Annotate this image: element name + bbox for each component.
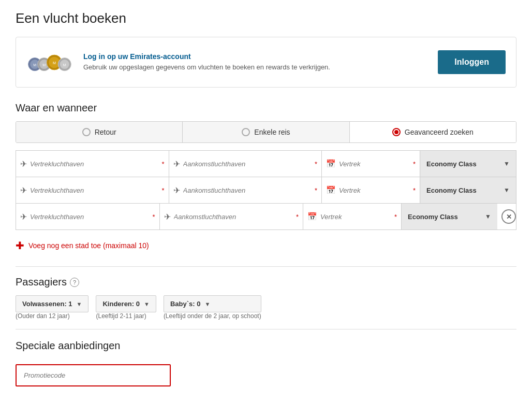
arrival-icon-3: ✈ [164, 212, 171, 222]
arrival-group-1: ✈ * [169, 151, 322, 177]
trip-option-enkele[interactable]: Enkele reis [183, 122, 349, 142]
svg-text:M: M [63, 62, 66, 67]
adults-chevron-icon: ▼ [77, 301, 82, 307]
radio-enkele [242, 128, 250, 136]
divider-1 [16, 266, 516, 267]
trip-label-geavanceerd: Geavanceerd zoeken [405, 128, 474, 136]
login-description: Gebruik uw opgeslagen gegevens om vlucht… [83, 63, 330, 71]
add-city-icon: ✚ [16, 240, 24, 251]
children-sublabel: (Leeftijd 2-11 jaar) [96, 312, 156, 320]
login-text: Log in op uw Emirates-account Gebruik uw… [83, 52, 438, 72]
date-input-1[interactable] [339, 160, 412, 168]
add-city-link[interactable]: Voeg nog een stad toe (maximaal 10) [28, 241, 149, 250]
babies-group: Baby`s: 0 ▼ (Leeftijd onder de 2 jaar, o… [164, 295, 261, 320]
radio-geavanceerd [392, 128, 401, 136]
required-star-2b: * [315, 187, 317, 194]
adults-group: Volwassenen: 1 ▼ (Ouder dan 12 jaar) [16, 295, 88, 320]
adults-sublabel: (Ouder dan 12 jaar) [16, 312, 88, 320]
trip-option-geavanceerd[interactable]: Geavanceerd zoeken [350, 122, 516, 142]
login-link[interactable]: Log in op uw Emirates-account [83, 52, 438, 61]
flight-row: ✈ * ✈ * 📅 * Economy Class ▼ [16, 150, 516, 177]
departure-group-1: ✈ * [16, 151, 169, 177]
class-label-1: Economy Class [426, 160, 477, 168]
children-label: Kinderen: 0 [102, 300, 140, 308]
speciale-aanbiedingen-title: Speciale aanbiedingen [16, 340, 516, 352]
departure-input-3[interactable] [30, 213, 151, 221]
date-input-3[interactable] [320, 213, 393, 221]
speciale-aanbiedingen-section: Speciale aanbiedingen [16, 340, 516, 386]
passengers-title: Passagiers ? [16, 276, 516, 288]
babies-sublabel: (Leeftijd onder de 2 jaar, op schoot) [164, 312, 261, 320]
date-input-2[interactable] [339, 187, 412, 194]
arrival-icon-2: ✈ [173, 185, 180, 195]
calendar-icon-3: 📅 [307, 212, 317, 221]
login-button[interactable]: Inloggen [438, 50, 506, 74]
babies-dropdown[interactable]: Baby`s: 0 ▼ [164, 295, 261, 312]
trip-type-selector: Retour Enkele reis Geavanceerd zoeken [16, 121, 516, 143]
children-group: Kinderen: 0 ▼ (Leeftijd 2-11 jaar) [96, 295, 156, 320]
flight-row: ✈ * ✈ * 📅 * Economy Class ▼ [16, 177, 516, 204]
departure-input-1[interactable] [30, 160, 160, 168]
children-chevron-icon: ▼ [144, 301, 150, 307]
passengers-section: Passagiers ? Volwassenen: 1 ▼ (Ouder dan… [16, 276, 516, 320]
chevron-down-icon-1: ▼ [504, 160, 510, 167]
add-city-row: ✚ Voeg nog een stad toe (maximaal 10) [16, 235, 516, 256]
required-star-3a: * [152, 213, 155, 221]
divider-2 [16, 329, 516, 329]
required-star-1a: * [161, 160, 164, 168]
departure-group-2: ✈ * [16, 177, 169, 203]
adults-label: Volwassenen: 1 [22, 300, 72, 308]
required-star-3b: * [296, 213, 299, 221]
required-star-1b: * [315, 160, 317, 168]
class-label-2: Economy Class [426, 187, 477, 194]
page-title: Een vlucht boeken [16, 10, 516, 26]
required-star-2a: * [161, 187, 164, 194]
adults-dropdown[interactable]: Volwassenen: 1 ▼ [16, 295, 88, 312]
calendar-icon-2: 📅 [326, 185, 336, 195]
departure-icon-1: ✈ [20, 159, 27, 169]
trip-option-retour[interactable]: Retour [16, 122, 183, 142]
trip-label-enkele: Enkele reis [254, 128, 290, 136]
medals-icon: M M M M [26, 47, 73, 78]
waar-wanneer-section: Waar en wanneer Retour Enkele reis Geava… [16, 102, 516, 256]
departure-icon-2: ✈ [20, 185, 27, 195]
arrival-input-3[interactable] [174, 213, 295, 221]
required-star-3c: * [394, 213, 397, 221]
waar-wanneer-title: Waar en wanneer [16, 102, 516, 114]
date-group-1: 📅 * [322, 151, 420, 177]
departure-group-3: ✈ * [16, 204, 160, 229]
arrival-icon-1: ✈ [173, 159, 180, 169]
radio-retour [82, 128, 91, 136]
chevron-down-icon-3: ▼ [485, 213, 491, 220]
date-group-3: 📅 * [303, 204, 402, 229]
calendar-icon-1: 📅 [326, 159, 336, 168]
class-dropdown-2[interactable]: Economy Class ▼ [420, 177, 516, 203]
trip-label-retour: Retour [95, 128, 116, 136]
svg-text:M: M [53, 61, 56, 65]
login-banner: M M M M Log in op uw Emirates-account Ge… [16, 37, 516, 88]
class-label-3: Economy Class [408, 213, 458, 221]
date-group-2: 📅 * [322, 177, 420, 203]
arrival-input-1[interactable] [183, 160, 314, 168]
departure-input-2[interactable] [30, 187, 160, 194]
flight-row: ✈ * ✈ * 📅 * Economy Class ▼ [16, 204, 516, 230]
promo-input[interactable] [16, 364, 171, 386]
class-dropdown-1[interactable]: Economy Class ▼ [420, 151, 516, 177]
class-dropdown-3[interactable]: Economy Class ▼ [402, 204, 497, 229]
arrival-group-2: ✈ * [169, 177, 322, 203]
babies-chevron-icon: ▼ [204, 301, 210, 307]
arrival-input-2[interactable] [183, 187, 314, 194]
departure-icon-3: ✈ [20, 212, 27, 222]
children-dropdown[interactable]: Kinderen: 0 ▼ [96, 295, 156, 312]
arrival-group-3: ✈ * [160, 204, 304, 229]
svg-text:M: M [42, 62, 46, 67]
required-star-1c: * [413, 160, 416, 168]
radio-dot [394, 130, 398, 134]
chevron-down-icon-2: ▼ [504, 187, 510, 194]
babies-label: Baby`s: 0 [170, 300, 201, 308]
help-icon[interactable]: ? [70, 278, 79, 287]
passengers-row: Volwassenen: 1 ▼ (Ouder dan 12 jaar) Kin… [16, 295, 516, 320]
required-star-2c: * [413, 187, 416, 194]
svg-text:M: M [33, 62, 36, 67]
remove-row-button[interactable]: ✕ [501, 209, 516, 224]
